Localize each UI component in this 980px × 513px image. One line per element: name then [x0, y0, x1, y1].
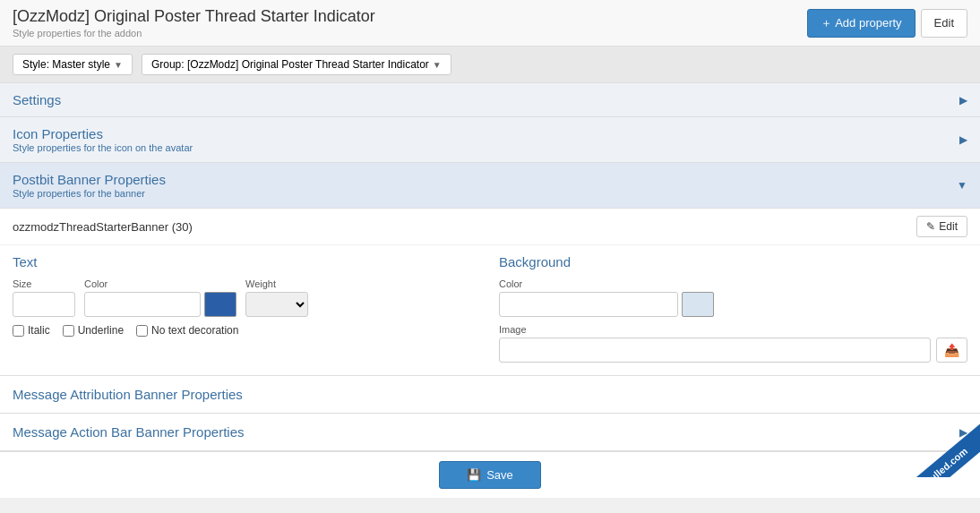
banner-properties-form: Text Size Color @xf-linkColor We	[0, 245, 980, 376]
message-attribution-section-header[interactable]: Message Attribution Banner Properties	[0, 376, 980, 414]
header: [OzzModz] Original Poster Thread Starter…	[0, 0, 980, 47]
underline-checkbox[interactable]	[63, 325, 74, 337]
save-icon: 💾	[467, 468, 481, 482]
bg-color-group: Color @xf-contentHighlightBg	[499, 278, 714, 317]
postbit-banner-title: Postbit Banner Properties	[13, 172, 166, 187]
color-group: Color @xf-linkColor	[84, 278, 236, 317]
text-form-row: Size Color @xf-linkColor Weight	[13, 278, 481, 317]
weight-select[interactable]: Bold Normal	[245, 292, 308, 317]
banner-property-row: ozzmodzThreadStarterBanner (30) ✎ Edit	[0, 209, 980, 245]
text-style-checkboxes: Italic Underline No text decoration	[13, 324, 481, 337]
color-label: Color	[84, 278, 236, 289]
icon-properties-section-header[interactable]: Icon Properties Style properties for the…	[0, 117, 980, 163]
upload-icon: 📤	[944, 343, 959, 357]
group-dropdown[interactable]: Group: [OzzModz] Original Poster Thread …	[142, 54, 451, 75]
message-action-bar-title: Message Action Bar Banner Properties	[13, 424, 244, 440]
chevron-down-icon: ▼	[433, 60, 442, 70]
underline-checkbox-label[interactable]: Underline	[63, 324, 124, 337]
chevron-right-icon: ▶	[959, 133, 967, 146]
settings-section-title: Settings	[13, 92, 61, 107]
style-dropdown[interactable]: Style: Master style ▼	[13, 54, 133, 75]
weight-group: Weight Bold Normal	[245, 278, 308, 317]
upload-button[interactable]: 📤	[936, 338, 967, 363]
icon-properties-header-text: Icon Properties Style properties for the…	[13, 126, 193, 153]
image-row: 📤	[499, 338, 967, 363]
text-column: Text Size Color @xf-linkColor We	[13, 254, 481, 363]
main-content: Settings ▶ Icon Properties Style propert…	[0, 83, 980, 498]
save-bar: 💾 Save	[0, 451, 980, 498]
color-swatch[interactable]	[204, 292, 236, 317]
weight-label: Weight	[245, 278, 308, 289]
size-group: Size	[13, 278, 75, 317]
size-input[interactable]	[13, 292, 75, 317]
page-title: [OzzModz] Original Poster Thread Starter…	[13, 7, 375, 26]
italic-checkbox-label[interactable]: Italic	[13, 324, 50, 337]
postbit-banner-section: Postbit Banner Properties Style properti…	[0, 163, 980, 376]
postbit-banner-header[interactable]: Postbit Banner Properties Style properti…	[0, 163, 980, 209]
bg-color-input[interactable]: @xf-contentHighlightBg	[499, 292, 678, 317]
italic-checkbox[interactable]	[13, 325, 24, 337]
size-label: Size	[13, 278, 75, 289]
chevron-down-icon: ▼	[114, 60, 123, 70]
background-heading: Background	[499, 254, 967, 269]
no-decoration-checkbox[interactable]	[136, 325, 148, 337]
postbit-banner-subtitle: Style properties for the banner	[13, 188, 166, 199]
property-name-label: ozzmodzThreadStarterBanner (30)	[13, 220, 193, 234]
icon-properties-subtitle: Style properties for the icon on the ava…	[13, 142, 193, 153]
settings-section-header[interactable]: Settings ▶	[0, 83, 980, 117]
bg-color-label: Color	[499, 278, 714, 289]
header-actions: ＋ Add property Edit	[807, 9, 967, 38]
message-action-bar-section-header[interactable]: Message Action Bar Banner Properties ▶	[0, 414, 980, 451]
text-heading: Text	[13, 254, 481, 269]
edit-button[interactable]: Edit	[921, 9, 967, 38]
property-edit-button[interactable]: ✎ Edit	[916, 216, 967, 237]
bg-color-row: Color @xf-contentHighlightBg	[499, 278, 967, 317]
icon-properties-title: Icon Properties	[13, 126, 193, 141]
color-input[interactable]: @xf-linkColor	[84, 292, 201, 317]
image-group: Image 📤	[499, 324, 967, 363]
edit-pencil-icon: ✎	[926, 220, 935, 233]
chevron-right-icon: ▶	[959, 426, 967, 439]
background-column: Background Color @xf-contentHighlightBg …	[499, 254, 967, 363]
save-button[interactable]: 💾 Save	[439, 461, 541, 489]
chevron-right-icon: ▶	[959, 94, 967, 107]
plus-icon: ＋	[821, 16, 832, 30]
image-input[interactable]	[499, 338, 931, 363]
header-left: [OzzModz] Original Poster Thread Starter…	[13, 7, 375, 38]
no-decoration-checkbox-label[interactable]: No text decoration	[136, 324, 238, 337]
page-subtitle: Style properties for the addon	[13, 28, 375, 38]
message-attribution-title: Message Attribution Banner Properties	[13, 387, 243, 402]
chevron-down-icon: ▼	[957, 179, 967, 192]
filter-bar: Style: Master style ▼ Group: [OzzModz] O…	[0, 47, 980, 83]
image-label: Image	[499, 324, 967, 335]
postbit-banner-header-text: Postbit Banner Properties Style properti…	[13, 172, 166, 199]
add-property-button[interactable]: ＋ Add property	[807, 9, 915, 38]
bg-color-swatch[interactable]	[682, 292, 714, 317]
